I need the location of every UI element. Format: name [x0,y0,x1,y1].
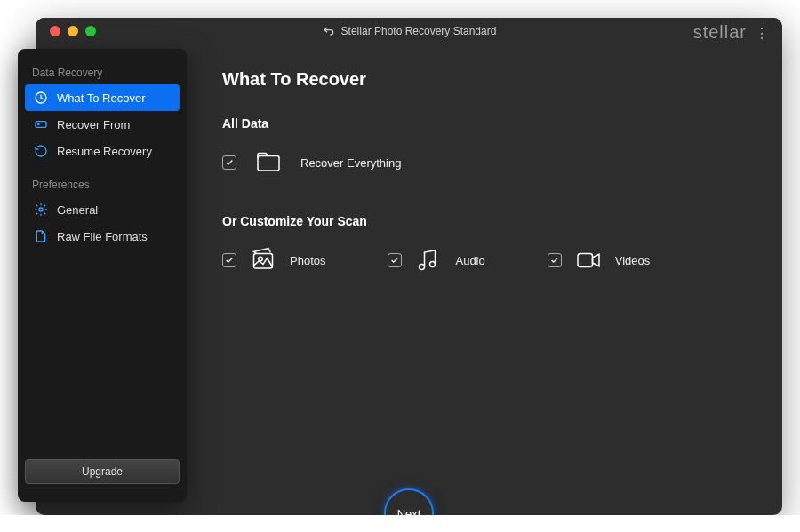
audio-icon [412,244,444,276]
option-audio[interactable]: Audio [388,244,484,276]
option-label: Photos [290,254,325,267]
next-button[interactable]: Next [384,488,434,515]
photos-icon [247,244,279,276]
svg-rect-9 [578,254,593,267]
options-grid: Photos Audio [222,244,747,276]
app-window: Stellar Photo Recovery Standard stellar … [36,18,782,515]
checkbox-recover-everything[interactable] [222,155,236,170]
option-label: Recover Everything [300,156,401,170]
videos-icon [572,244,604,276]
svg-point-7 [420,265,425,270]
option-videos[interactable]: Videos [548,244,651,276]
svg-rect-5 [254,254,273,269]
option-label: Audio [455,254,484,267]
window-body: Data Recovery What To Recover Recover Fr… [36,44,782,515]
checkbox-photos[interactable] [222,253,236,267]
titlebar: Stellar Photo Recovery Standard stellar … [36,18,782,44]
app-title: Stellar Photo Recovery Standard [341,25,497,37]
svg-point-8 [430,262,436,267]
option-recover-everything[interactable]: Recover Everything [222,147,747,179]
more-menu-icon[interactable]: ⋮ [755,25,769,42]
brand-logo: stellar [693,22,747,43]
folder-icon [252,147,284,179]
title-center: Stellar Photo Recovery Standard [36,24,782,38]
option-label: Videos [615,254,651,267]
page-title: What To Recover [222,69,747,90]
all-data-heading: All Data [222,116,747,131]
checkbox-audio[interactable] [388,253,402,267]
customize-heading: Or Customize Your Scan [222,214,747,228]
checkbox-videos[interactable] [548,253,562,267]
main-panel: What To Recover All Data Recover Everyth… [36,44,782,515]
svg-rect-4 [258,156,279,171]
option-photos[interactable]: Photos [222,244,325,276]
back-icon[interactable] [322,24,336,38]
